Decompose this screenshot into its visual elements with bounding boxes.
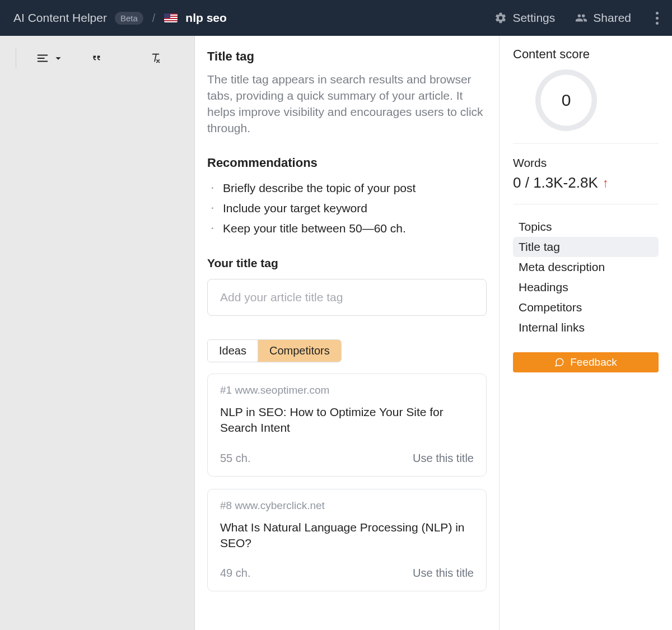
nav-title-tag[interactable]: Title tag <box>513 237 659 257</box>
nav-meta-description[interactable]: Meta description <box>513 257 659 277</box>
breadcrumb-separator: / <box>151 12 157 25</box>
settings-link[interactable]: Settings <box>494 11 555 25</box>
competitor-card-footer: 49 ch. Use this title <box>220 567 474 580</box>
dot-icon <box>656 22 659 25</box>
editor-panel <box>0 36 195 630</box>
editor-toolbar <box>0 36 194 81</box>
words-value: 0 / 1.3K-2.8K <box>513 174 598 192</box>
beta-badge: Beta <box>115 12 143 25</box>
people-icon <box>575 12 587 24</box>
use-title-button[interactable]: Use this title <box>413 567 474 580</box>
title-tag-input[interactable] <box>207 279 487 316</box>
content-score-value: 0 <box>562 91 571 110</box>
arrow-up-icon: ↑ <box>603 176 609 190</box>
clear-format-icon <box>150 52 162 64</box>
competitor-title: What Is Natural Language Processing (NLP… <box>220 520 466 552</box>
divider <box>513 143 659 144</box>
recommendations-heading: Recommendations <box>207 156 487 170</box>
content-score-label: Content score <box>513 47 659 62</box>
nav-internal-links[interactable]: Internal links <box>513 318 659 338</box>
char-count: 55 ch. <box>220 452 250 465</box>
ideas-competitors-tabs: Ideas Competitors <box>207 339 342 362</box>
words-label: Words <box>513 156 659 170</box>
tab-ideas[interactable]: Ideas <box>208 340 258 362</box>
settings-label: Settings <box>512 11 555 25</box>
content-score-ring: 0 <box>535 69 597 131</box>
chat-icon <box>554 357 564 367</box>
competitor-meta: #8 www.cyberclick.net <box>220 500 474 512</box>
competitor-card: #1 www.seoptimer.com NLP in SEO: How to … <box>207 374 487 477</box>
competitor-title: NLP in SEO: How to Optimize Your Site fo… <box>220 404 466 436</box>
shared-label: Shared <box>593 11 631 25</box>
competitor-meta: #1 www.seoptimer.com <box>220 384 474 396</box>
competitor-card: #8 www.cyberclick.net What Is Natural La… <box>207 489 487 592</box>
more-menu-button[interactable] <box>651 8 663 28</box>
quote-icon <box>90 52 102 64</box>
recommendations-list: Briefly describe the topic of your post … <box>207 178 487 239</box>
score-wrap: 0 <box>513 69 659 131</box>
char-count: 49 ch. <box>220 567 250 580</box>
section-heading: Title tag <box>207 49 487 64</box>
feedback-button[interactable]: Feedback <box>513 352 659 372</box>
competitor-card-footer: 55 ch. Use this title <box>220 452 474 465</box>
nav-competitors[interactable]: Competitors <box>513 297 659 318</box>
words-value-row: 0 / 1.3K-2.8K ↑ <box>513 174 659 192</box>
use-title-button[interactable]: Use this title <box>413 452 474 465</box>
blockquote-button[interactable] <box>90 52 102 64</box>
topbar: AI Content Helper Beta / nlp seo Setting… <box>0 0 672 36</box>
gear-icon <box>494 12 507 24</box>
title-input-label: Your title tag <box>207 256 487 270</box>
recommendation-item: Include your target keyword <box>211 198 487 218</box>
us-flag-icon <box>164 13 178 22</box>
main-panel: Title tag The title tag appears in searc… <box>195 36 500 630</box>
nav-topics[interactable]: Topics <box>513 217 659 237</box>
nav-headings[interactable]: Headings <box>513 277 659 297</box>
clear-format-button[interactable] <box>150 52 162 64</box>
align-dropdown-button[interactable] <box>36 52 64 64</box>
right-sidebar: Content score 0 Words 0 / 1.3K-2.8K ↑ To… <box>500 36 672 630</box>
section-description: The title tag appears in search results … <box>207 72 487 137</box>
topbar-right: Settings Shared <box>494 8 663 28</box>
dot-icon <box>656 17 659 20</box>
competitor-cards: #1 www.seoptimer.com NLP in SEO: How to … <box>207 374 487 591</box>
toolbar-divider <box>16 48 16 68</box>
divider <box>513 204 659 204</box>
recommendation-item: Keep your title between 50—60 ch. <box>211 218 487 239</box>
brand-name: AI Content Helper <box>13 11 107 25</box>
feedback-label: Feedback <box>570 356 617 368</box>
dot-icon <box>656 12 659 15</box>
document-title[interactable]: nlp seo <box>185 11 227 25</box>
chevron-down-icon <box>52 52 64 64</box>
shared-link[interactable]: Shared <box>575 11 631 25</box>
recommendation-item: Briefly describe the topic of your post <box>211 178 487 198</box>
topbar-left: AI Content Helper Beta / nlp seo <box>13 11 227 25</box>
align-left-icon <box>36 52 49 64</box>
sidebar-nav: Topics Title tag Meta description Headin… <box>513 217 659 338</box>
tab-competitors[interactable]: Competitors <box>258 340 341 362</box>
